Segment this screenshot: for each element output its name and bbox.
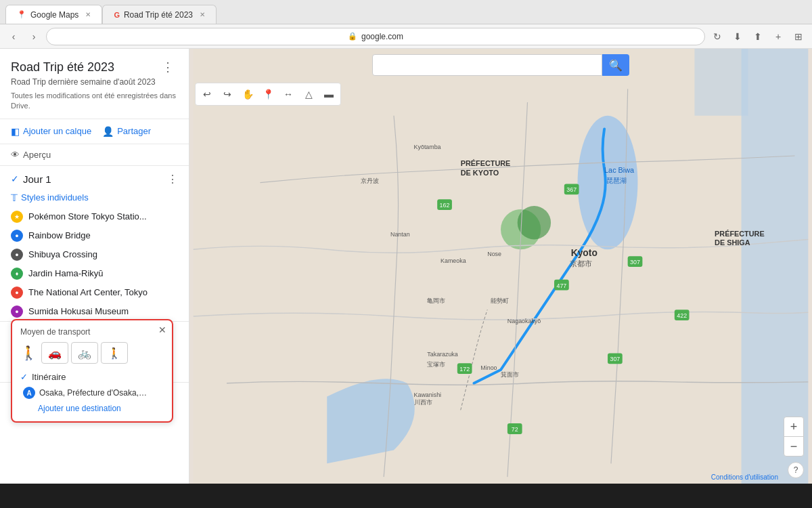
day1-styles-btn[interactable]: 𝕋 Styles individuels xyxy=(0,190,189,207)
place-name-national-art: The National Art Center, Tokyo xyxy=(28,287,148,297)
add-layer-icon: ◧ xyxy=(11,126,20,137)
help-button[interactable]: ? xyxy=(788,462,804,478)
svg-text:PRÉFECTURE: PRÉFECTURE xyxy=(715,230,765,238)
place-icon-pokemon: ★ xyxy=(11,211,23,223)
map-area[interactable]: 162 367 477 307 422 172 307 xyxy=(189,49,812,484)
undo-button[interactable]: ↩ xyxy=(198,85,217,103)
sidebar-header: Road Trip été 2023 ⋮ Road Trip dernière … xyxy=(0,49,189,119)
svg-text:Kyoto: Kyoto xyxy=(571,247,597,258)
share-icon: 👤 xyxy=(102,126,114,137)
place-icon-sumida: ● xyxy=(11,305,23,318)
svg-text:PRÉFECTURE: PRÉFECTURE xyxy=(461,159,511,167)
roadtrip-tab-icon: G xyxy=(114,11,120,19)
back-button[interactable]: ‹ xyxy=(5,28,22,45)
place-name-shibuya: Shibuya Crossing xyxy=(28,249,97,259)
map-zoom-controls: + − xyxy=(784,417,804,457)
map-search-button[interactable]: 🔍 xyxy=(602,54,629,76)
transport-title: Moyen de transport xyxy=(20,327,164,337)
place-rainbow[interactable]: ● Rainbow Bridge xyxy=(0,226,189,245)
svg-text:162: 162 xyxy=(440,202,450,209)
point-a-marker: A xyxy=(23,387,35,399)
svg-text:京丹波: 京丹波 xyxy=(361,177,379,184)
download-button[interactable]: ⬇ xyxy=(729,28,746,45)
search-icon: 🔍 xyxy=(609,59,623,72)
day1-header: ✓ Jour 1 ⋮ xyxy=(0,166,189,190)
bike-transport-btn[interactable]: 🚲 xyxy=(71,342,98,364)
place-shibuya[interactable]: ● Shibuya Crossing xyxy=(0,245,189,264)
new-tab-button[interactable]: + xyxy=(770,28,786,45)
day1-check[interactable]: ✓ xyxy=(11,173,19,184)
svg-text:Kameoka: Kameoka xyxy=(441,257,466,264)
sidebar-title-row: Road Trip été 2023 ⋮ xyxy=(11,58,178,76)
sidebar-subtitle: Road Trip dernière semaine d'août 2023 xyxy=(11,77,178,87)
share-label: Partager xyxy=(117,126,151,136)
place-name-rainbow: Rainbow Bridge xyxy=(28,230,91,240)
day1-section: ✓ Jour 1 ⋮ 𝕋 Styles individuels ★ Pokémo… xyxy=(0,166,189,322)
forward-button[interactable]: › xyxy=(26,28,42,45)
line-button[interactable]: ↔ xyxy=(279,85,298,103)
marker-button[interactable]: 📍 xyxy=(258,85,277,103)
zoom-in-button[interactable]: + xyxy=(784,417,803,436)
walk-transport-btn[interactable]: 🚶 xyxy=(101,342,128,364)
zoom-out-button[interactable]: − xyxy=(784,437,803,456)
base-map-section[interactable]: ▾ Carte de base xyxy=(0,476,189,484)
sidebar-actions: ◧ Ajouter un calque 👤 Partager xyxy=(0,119,189,144)
svg-text:Kawanishi: Kawanishi xyxy=(414,391,441,398)
place-icon-shibuya: ● xyxy=(11,249,23,261)
conditions-link[interactable]: Conditions d'utilisation xyxy=(711,473,778,481)
svg-text:72: 72 xyxy=(512,426,518,433)
itinerary-row-label: Itinéraire xyxy=(32,372,66,382)
map-search-bar[interactable] xyxy=(372,54,602,76)
transport-mode-row: 🚶 🚗 🚲 🚶 xyxy=(20,342,164,364)
car-transport-btn[interactable]: 🚗 xyxy=(41,342,68,364)
svg-text:Takarazuka: Takarazuka xyxy=(427,351,457,358)
svg-text:能勢町: 能勢町 xyxy=(491,297,509,304)
map-background: 162 367 477 307 422 172 307 xyxy=(189,49,812,484)
place-national-art[interactable]: ● The National Art Center, Tokyo xyxy=(0,283,189,302)
svg-text:307: 307 xyxy=(610,356,620,362)
tab-maps[interactable]: 📍 Google Maps ✕ xyxy=(5,5,102,24)
sidebar-menu-dots[interactable]: ⋮ xyxy=(158,58,178,76)
add-destination-btn[interactable]: Ajouter une destination xyxy=(20,401,164,415)
eye-icon: 👁 xyxy=(11,150,20,160)
day1-styles-label: Styles individuels xyxy=(21,192,89,203)
day1-title-row: ✓ Jour 1 xyxy=(11,173,51,185)
address-bar[interactable]: 🔒 google.com xyxy=(46,28,705,45)
svg-text:京都市: 京都市 xyxy=(570,259,592,268)
pan-button[interactable]: ✋ xyxy=(238,85,257,103)
tab-roadtrip[interactable]: G Road Trip été 2023 ✕ xyxy=(102,5,217,24)
sidebar-title: Road Trip été 2023 xyxy=(11,60,114,75)
tab-roadtrip-close[interactable]: ✕ xyxy=(200,11,205,18)
svg-text:宝塚市: 宝塚市 xyxy=(427,361,445,368)
point-a-letter: A xyxy=(26,389,31,397)
svg-text:422: 422 xyxy=(677,312,687,319)
svg-text:川西市
        Toyonaka
        I: 川西市 Toyonaka Itami Takatsuki 高槻市 Hirakat… xyxy=(414,399,432,406)
svg-text:Minoo: Minoo xyxy=(480,364,497,371)
preview-button[interactable]: 👁 Aperçu xyxy=(0,144,189,166)
share-map-button[interactable]: 👤 Partager xyxy=(102,126,151,137)
address-text: google.com xyxy=(361,32,403,41)
grid-button[interactable]: ⊞ xyxy=(790,28,807,45)
shape-button[interactable]: △ xyxy=(299,85,318,103)
add-dest-label: Ajouter une destination xyxy=(38,404,121,413)
refresh-button[interactable]: ↻ xyxy=(709,28,725,45)
place-hama[interactable]: ♦ Jardin Hama-Rikyū xyxy=(0,264,189,283)
place-sumida[interactable]: ● Sumida Hokusai Museum xyxy=(0,302,189,321)
redo-button[interactable]: ↪ xyxy=(218,85,237,103)
ruler-button[interactable]: ▬ xyxy=(319,85,338,103)
tab-maps-close[interactable]: ✕ xyxy=(85,11,91,18)
add-layer-button[interactable]: ◧ Ajouter un calque xyxy=(11,126,91,137)
place-pokemon[interactable]: ★ Pokémon Store Tokyo Statio... xyxy=(0,207,189,226)
svg-text:Nantan: Nantan xyxy=(390,231,410,238)
svg-text:DE KYOTO: DE KYOTO xyxy=(461,169,499,177)
place-name-pokemon: Pokémon Store Tokyo Statio... xyxy=(28,211,147,221)
tab-maps-label: Google Maps xyxy=(30,10,78,20)
day1-menu-dots[interactable]: ⋮ xyxy=(167,173,178,186)
svg-text:DE SHIGA: DE SHIGA xyxy=(715,238,750,247)
svg-point-5 xyxy=(518,206,551,239)
svg-text:琵琶湖: 琵琶湖 xyxy=(606,177,627,184)
share-button[interactable]: ⬆ xyxy=(750,28,766,45)
add-layer-label: Ajouter un calque xyxy=(23,126,91,136)
place-icon-rainbow: ● xyxy=(11,230,23,242)
transport-popup-close[interactable]: ✕ xyxy=(158,324,166,335)
